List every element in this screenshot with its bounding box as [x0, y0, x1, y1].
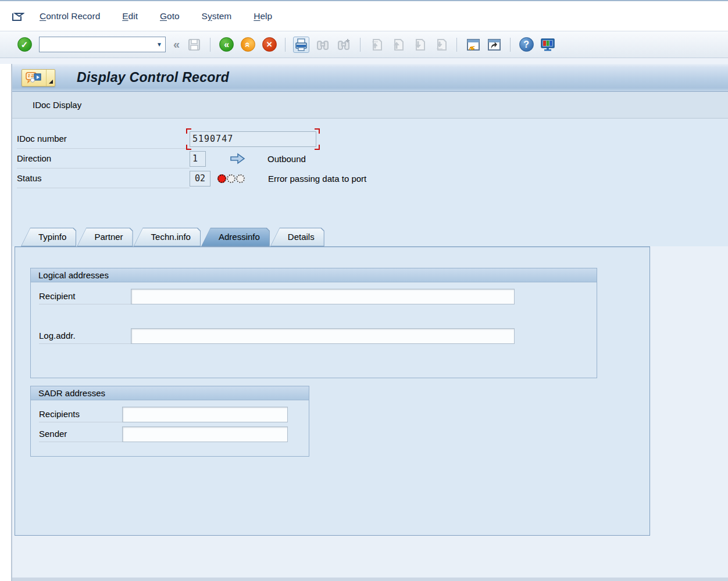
tab-techn-info[interactable]: Techn.info: [134, 228, 201, 246]
next-page-icon: [412, 38, 426, 52]
exit-button[interactable]: [240, 37, 256, 53]
logical-addresses-header: Logical addresses: [31, 268, 597, 282]
recipients-label: Recipients: [39, 406, 122, 422]
sap-gui-window: Control Record Edit Goto System Help: [0, 0, 728, 581]
find-icon: [316, 38, 330, 52]
print-button[interactable]: [293, 37, 309, 53]
tab-strip: Typinfo Partner Techn.info Adressin: [21, 228, 728, 246]
last-page-icon: [434, 38, 448, 52]
save-icon: [187, 38, 201, 52]
outbound-arrow-icon: [230, 153, 245, 164]
system-menu-icon[interactable]: [12, 11, 24, 21]
menu-item-control-record[interactable]: Control Record: [37, 9, 102, 23]
command-field: [39, 37, 166, 52]
log-addr-label: Log.addr.: [39, 328, 131, 344]
command-field-dropdown-icon[interactable]: [154, 37, 165, 52]
sadr-addresses-group: SADR addresses Recipients Sender: [30, 386, 309, 457]
field-row-idoc-number: IDoc number: [17, 129, 728, 149]
recipient-label: Recipient: [39, 288, 131, 304]
services-for-object-icon: [22, 70, 46, 86]
window-body: Display Control Record IDoc Display IDoc…: [11, 64, 728, 581]
toolbar-gap: [0, 58, 728, 64]
help-icon: [519, 37, 534, 52]
field-row-direction: Direction Outbound: [17, 149, 728, 168]
title-bar: Display Control Record: [12, 64, 728, 92]
find-next-icon: [337, 38, 351, 52]
previous-page-icon: [391, 38, 405, 52]
menu-item-goto[interactable]: Goto: [158, 9, 182, 23]
direction-description: Outbound: [267, 154, 306, 164]
recipients-input[interactable]: [122, 407, 288, 422]
toolbar-separator: [210, 38, 210, 52]
standard-toolbar: [0, 31, 728, 58]
tab-adressinfo[interactable]: Adressinfo: [201, 228, 270, 246]
idoc-display-button[interactable]: IDoc Display: [25, 96, 89, 114]
sender-label: Sender: [39, 426, 122, 442]
exit-icon: [241, 37, 255, 52]
sender-input[interactable]: [122, 426, 288, 442]
status-label: Status: [17, 168, 190, 188]
menu-item-system[interactable]: System: [199, 9, 234, 23]
idoc-number-label: IDoc number: [17, 129, 190, 149]
idoc-number-focus-frame: [190, 131, 316, 147]
status-traffic-light-icon: [217, 174, 245, 183]
first-page-icon: [369, 38, 383, 52]
menu-bar: Control Record Edit Goto System Help: [0, 1, 728, 31]
content-area: IDoc number Direction: [12, 119, 728, 578]
create-shortcut-icon: [487, 38, 502, 52]
recipient-input[interactable]: [131, 289, 515, 304]
idoc-number-input[interactable]: [190, 131, 316, 147]
customize-layout-icon: [540, 38, 555, 52]
direction-label: Direction: [17, 149, 190, 168]
toolbar-separator: [360, 38, 361, 52]
previous-page-button[interactable]: [390, 37, 406, 53]
toolbar-separator: [456, 38, 457, 52]
page-title: Display Control Record: [77, 70, 229, 85]
sadr-addresses-header: SADR addresses: [31, 386, 309, 400]
last-page-button[interactable]: [433, 37, 449, 53]
customize-layout-button[interactable]: [540, 37, 556, 53]
create-shortcut-button[interactable]: [486, 37, 502, 53]
cancel-button[interactable]: [261, 37, 277, 53]
field-row-status: Status Error passing data to port: [17, 168, 728, 188]
next-page-button[interactable]: [411, 37, 427, 53]
first-page-button[interactable]: [368, 37, 384, 53]
recipients-row: Recipients: [31, 406, 309, 422]
enter-button[interactable]: [16, 37, 33, 53]
tab-details[interactable]: Details: [270, 228, 324, 246]
status-input[interactable]: [190, 171, 210, 187]
log-addr-input[interactable]: [131, 328, 515, 344]
cancel-icon: [262, 37, 277, 52]
back-button[interactable]: [218, 37, 234, 53]
tab-partner[interactable]: Partner: [77, 228, 133, 246]
new-session-button[interactable]: [465, 37, 481, 53]
toolbar-separator: [510, 38, 511, 52]
sender-row: Sender: [31, 426, 309, 442]
tab-typinfo[interactable]: Typinfo: [21, 228, 76, 246]
new-session-icon: [465, 38, 480, 52]
logical-addresses-group: Logical addresses Recipient Log.addr.: [30, 268, 597, 378]
traffic-light-green: [236, 174, 245, 183]
command-input[interactable]: [40, 38, 154, 51]
toolbar-separator: [285, 38, 286, 52]
adressinfo-tab-panel: Logical addresses Recipient Log.addr. SA…: [15, 246, 650, 536]
save-button[interactable]: [186, 37, 202, 53]
header-fields-band: IDoc number Direction: [12, 119, 728, 246]
status-description: Error passing data to port: [268, 174, 366, 184]
services-for-object-button[interactable]: [22, 69, 55, 87]
menu-item-help[interactable]: Help: [251, 9, 274, 23]
back-icon: [219, 37, 234, 52]
collapse-icon[interactable]: [172, 38, 181, 51]
services-dropdown-icon[interactable]: [46, 70, 55, 86]
help-button[interactable]: [518, 37, 534, 53]
find-next-button[interactable]: [336, 37, 352, 53]
traffic-light-red: [217, 174, 226, 183]
traffic-light-yellow: [227, 174, 235, 183]
direction-input[interactable]: [190, 151, 206, 167]
window-bottom-edge: [12, 578, 728, 581]
log-addr-row: Log.addr.: [31, 328, 597, 344]
enter-icon: [17, 37, 32, 52]
menu-item-edit[interactable]: Edit: [120, 9, 140, 23]
tab-zone: Typinfo Partner Techn.info Adressin: [12, 228, 728, 246]
find-button[interactable]: [315, 37, 331, 53]
